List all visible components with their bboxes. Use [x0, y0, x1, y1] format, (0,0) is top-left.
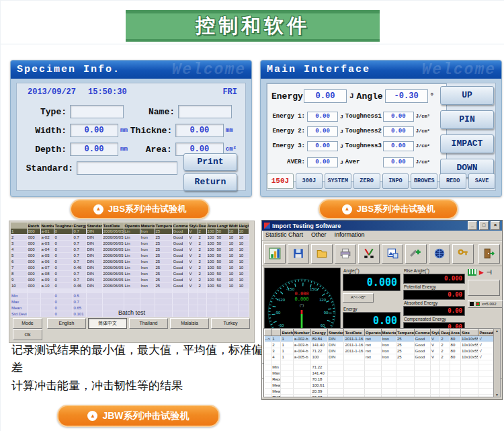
table-row[interactable]: 31a-004-b71.22DIN2011-1-16nxtIron25GoodV… — [265, 348, 494, 354]
menu-information[interactable]: Information — [335, 231, 365, 240]
aver-field[interactable]: 0.00 — [307, 157, 338, 167]
vertical-scrollbar[interactable]: ▲ ▼ — [493, 328, 501, 397]
language-button-malaisia[interactable]: Malaisia — [170, 318, 209, 329]
bottom-button-system[interactable]: SYSTEM — [325, 173, 351, 189]
table-row[interactable]: Min00.5 — [11, 293, 249, 299]
statistics-icon[interactable] — [264, 244, 286, 264]
run-icon[interactable]: ▶ — [479, 270, 484, 276]
table-row[interactable]: Max00.7 — [11, 299, 249, 305]
bottom-button-zero[interactable]: ZERO — [353, 173, 380, 189]
width-field[interactable]: 0.00 — [70, 124, 118, 137]
table-row[interactable]: Max141.40 — [265, 370, 494, 377]
scroll-up-icon[interactable]: ▲ — [495, 329, 499, 333]
side-button-pin[interactable]: PIN — [440, 110, 494, 129]
menu-statistic-chart[interactable]: Statistic Chart — [265, 231, 303, 240]
exit-icon[interactable] — [478, 244, 500, 264]
table-row[interactable]: 5000a-0500.7DIN2006/06/05LinIron25GoodV2… — [11, 253, 249, 259]
mode-button[interactable]: Mode — [13, 318, 42, 329]
table-row[interactable]: 2000a-0200.7DIN2006/06/05LinIron25GoodV2… — [11, 235, 249, 241]
energy3-field[interactable]: 0.00 — [307, 141, 338, 151]
table-row[interactable]: BatchNumberToughnessEnergyStandardTestDa… — [11, 223, 249, 229]
menu-other[interactable]: Other — [311, 231, 327, 240]
bottom-button-150j[interactable]: 150J — [267, 173, 294, 189]
name-field[interactable] — [178, 105, 232, 118]
minimize-button[interactable]: _ — [468, 221, 477, 230]
bottom-button-browes[interactable]: BROWES — [411, 173, 437, 189]
table-row[interactable]: 21a-003-b141.40DIN2011-1-16nxtIron25Good… — [265, 342, 494, 348]
table-row[interactable]: Repeatabili70.18 — [265, 377, 494, 383]
table-row[interactable]: -->11a-002-b89.84DIN2011-1-16nxtIron25Go… — [265, 336, 494, 342]
table-cell: Lin — [124, 235, 140, 241]
table-cell: Good — [172, 235, 188, 241]
side-button-impact[interactable]: IMPACT — [440, 134, 494, 153]
specimen-header: Specimen Info. Welcome — [11, 61, 251, 79]
tools-icon[interactable] — [405, 244, 427, 264]
table-row[interactable]: 41a-005-b100DINnxtIron25GoodV28010x10x55… — [265, 354, 494, 360]
ok-button[interactable]: Ok — [13, 329, 42, 340]
table-row[interactable]: 9000a-0900.7DIN2006/06/05LinIron25GoodV2… — [11, 277, 249, 283]
type-field[interactable] — [70, 105, 124, 118]
print-icon[interactable] — [335, 244, 356, 264]
network-icon[interactable] — [429, 244, 450, 264]
welcome-watermark: Welcome — [421, 61, 496, 79]
maximize-button[interactable]: □ — [479, 221, 489, 230]
jbs-badge-right[interactable]: ▲ JBS系列冲击试验机 — [319, 199, 458, 219]
language-button-thailand[interactable]: Thailand — [129, 318, 168, 329]
table-row[interactable]: BatchNumberEnergyStandardTestDateOperato… — [265, 329, 494, 336]
width-thickness-row: Width: 0.00 mm Thickne: 0.00 mm — [25, 124, 240, 137]
jbw-badge[interactable]: ▲ JBW系列冲击试验机 — [57, 405, 220, 427]
table-cell — [440, 364, 450, 370]
table-cell: 0 — [54, 299, 73, 305]
table-cell: Comment — [414, 329, 431, 336]
return-button[interactable]: Return — [183, 173, 237, 191]
table-row[interactable]: 10000a-1000.46DIN2006/06/05LinIron25Good… — [11, 283, 249, 289]
table-row[interactable]: 6000a-0600.7DIN2006/06/05LinIron25GoodV2… — [11, 259, 249, 265]
calibrate-icon[interactable] — [358, 244, 380, 264]
table-row[interactable]: Mean Dev.20.39 — [265, 389, 494, 395]
toughness3-field[interactable]: 0.00 — [383, 141, 414, 151]
scroll-down-icon[interactable]: ▼ — [495, 393, 499, 397]
table-cell — [381, 377, 396, 383]
thickness-field[interactable]: 0.00 — [175, 124, 224, 137]
table-cell: 2 — [440, 354, 450, 360]
energy-field[interactable]: 0.00 — [304, 89, 347, 103]
table-row[interactable]: Min71.22 — [265, 364, 494, 370]
table-cell: Good — [414, 354, 431, 360]
save-icon[interactable] — [288, 244, 309, 264]
print-button[interactable]: Print — [183, 153, 237, 171]
close-button[interactable]: × — [491, 221, 500, 230]
side-button-up[interactable]: UP — [440, 86, 494, 105]
table-cell: 10x10x55 — [460, 342, 478, 348]
bottom-button-redo[interactable]: REDO — [439, 173, 466, 189]
energy-lcd: 0.00 — [343, 312, 401, 329]
language-button-turkey[interactable]: Turkey — [211, 318, 250, 329]
toughness2-field[interactable]: 0.00 — [383, 126, 414, 136]
language-button-简体中文[interactable]: 简体中文 — [88, 318, 127, 329]
table-row[interactable]: 7000a-0700.46DIN2006/06/05LinIron25GoodV… — [11, 265, 249, 271]
bottom-button-save[interactable]: SAVE — [468, 173, 495, 189]
ab-toggle-button[interactable]: A°<->B° — [343, 293, 374, 303]
depth-field[interactable]: 0.00 — [70, 143, 118, 156]
result-table: BatchNumberEnergyStandardTestDateOperato… — [264, 329, 494, 397]
table-cell: 6 — [11, 259, 27, 265]
export-image-icon[interactable] — [382, 244, 403, 264]
energy2-field[interactable]: 0.00 — [307, 126, 338, 136]
open-folder-icon[interactable] — [311, 244, 333, 264]
bottom-button-300j[interactable]: 300J — [296, 173, 323, 189]
bottom-button-inpo[interactable]: INPO — [382, 173, 409, 189]
table-row[interactable]: 3000a-0300.7DIN2006/06/05LinIron25GoodV2… — [11, 241, 249, 247]
table-row[interactable]: 4000a-0400.7DIN2006/06/05LinIron25GoodV2… — [11, 247, 249, 253]
table-row[interactable]: 8000a-0800.7DIN2006/06/05LinIron25GoodV2… — [11, 271, 249, 277]
window-title-bar[interactable]: Import Testing Software _ □ × — [262, 221, 502, 231]
standard-field[interactable] — [77, 161, 177, 175]
toughness1-field[interactable]: 0.00 — [383, 112, 414, 122]
angle-field[interactable]: -0.30 — [385, 89, 428, 103]
key-icon[interactable] — [452, 244, 474, 264]
aver2-field[interactable]: 0.00 — [383, 157, 414, 167]
table-row[interactable]: 1000a-0100.7DIN2006/06/05LinIron25GoodV2… — [11, 229, 249, 235]
jbs-badge-left[interactable]: ▲ JBS系列冲击试验机 — [70, 199, 210, 219]
energy1-field[interactable]: 0.00 — [307, 112, 338, 122]
table-row[interactable]: Mean100.61 — [265, 383, 494, 389]
table-cell: Iron — [381, 342, 396, 348]
language-button-english[interactable]: English — [47, 318, 86, 329]
